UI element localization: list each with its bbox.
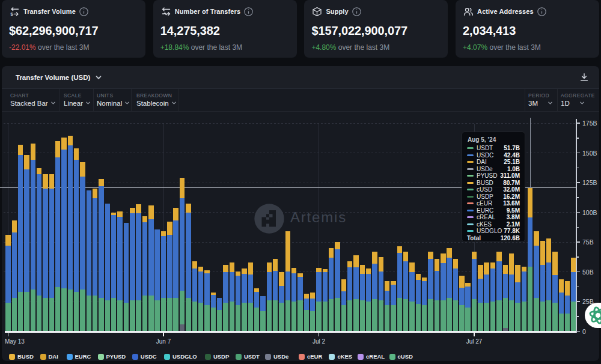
svg-text:Jul 27: Jul 27 (466, 338, 483, 345)
svg-text:Artemis: Artemis (290, 209, 347, 225)
svg-text:Jul 2: Jul 2 (313, 338, 326, 345)
svg-text:100B: 100B (582, 209, 597, 216)
svg-text:50B: 50B (582, 268, 594, 276)
svg-text:125B: 125B (582, 179, 597, 186)
svg-text:May 13: May 13 (5, 338, 25, 345)
svg-text:150B: 150B (582, 150, 597, 157)
svg-text:75B: 75B (582, 238, 594, 246)
svg-text:0: 0 (582, 328, 586, 335)
svg-text:Jun 7: Jun 7 (156, 338, 171, 345)
svg-text:$: $ (11, 11, 14, 17)
svg-text:175B: 175B (582, 120, 597, 127)
